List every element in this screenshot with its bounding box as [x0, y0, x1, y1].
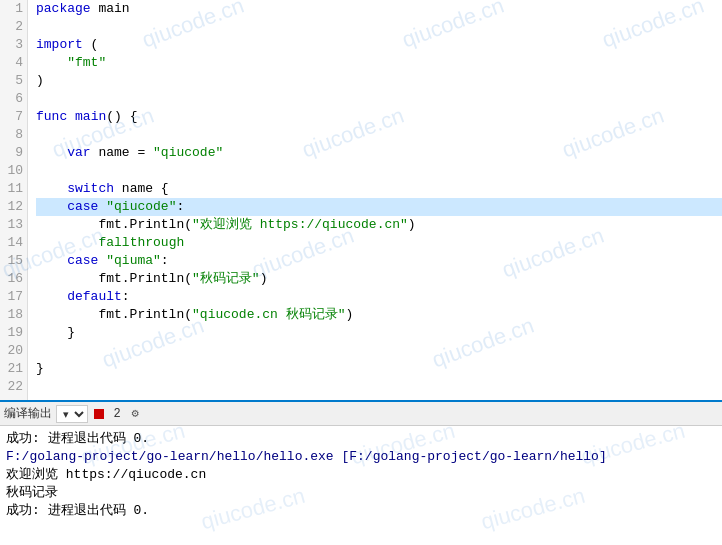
code-line-6 — [36, 90, 722, 108]
line-num-15: 15 — [0, 252, 23, 270]
line-num-22: 22 — [0, 378, 23, 396]
line-num-6: 6 — [0, 90, 23, 108]
code-line-11: switch name { — [36, 180, 722, 198]
line-num-5: 5 — [0, 72, 23, 90]
panel-dropdown[interactable]: ▾ — [56, 405, 88, 423]
code-line-10 — [36, 162, 722, 180]
stop-icon — [94, 409, 104, 419]
settings-icon[interactable]: ⚙ — [128, 407, 142, 421]
line-num-10: 10 — [0, 162, 23, 180]
code-line-22 — [36, 378, 722, 396]
code-line-8 — [36, 126, 722, 144]
code-editor: 12345678910111213141516171819202122 pack… — [0, 0, 722, 400]
code-line-15: case "qiuma": — [36, 252, 722, 270]
code-line-18: fmt.Println("qiucode.cn 秋码记录") — [36, 306, 722, 324]
output-panel: 编译输出 ▾ 2 ⚙ 成功: 进程退出代码 0.F:/golang-projec… — [0, 400, 722, 545]
output-line-3: 秋码记录 — [6, 484, 716, 502]
code-line-2 — [36, 18, 722, 36]
line-num-13: 13 — [0, 216, 23, 234]
line-num-21: 21 — [0, 360, 23, 378]
line-num-18: 18 — [0, 306, 23, 324]
code-line-17: default: — [36, 288, 722, 306]
line-num-11: 11 — [0, 180, 23, 198]
output-line-0: 成功: 进程退出代码 0. — [6, 430, 716, 448]
build-number: 2 — [110, 407, 124, 421]
line-num-17: 17 — [0, 288, 23, 306]
code-line-20 — [36, 342, 722, 360]
line-num-3: 3 — [0, 36, 23, 54]
line-num-2: 2 — [0, 18, 23, 36]
panel-title: 编译输出 — [4, 405, 52, 422]
code-line-9: var name = "qiucode" — [36, 144, 722, 162]
code-line-4: "fmt" — [36, 54, 722, 72]
line-num-4: 4 — [0, 54, 23, 72]
code-line-19: } — [36, 324, 722, 342]
code-area[interactable]: package main import ( "fmt") func main()… — [28, 0, 722, 400]
line-num-20: 20 — [0, 342, 23, 360]
line-num-12: 12 — [0, 198, 23, 216]
output-line-2: 欢迎浏览 https://qiucode.cn — [6, 466, 716, 484]
code-line-7: func main() { — [36, 108, 722, 126]
stop-button[interactable] — [92, 407, 106, 421]
panel-output: 成功: 进程退出代码 0.F:/golang-project/go-learn/… — [0, 426, 722, 524]
output-line-1: F:/golang-project/go-learn/hello/hello.e… — [6, 448, 716, 466]
line-num-19: 19 — [0, 324, 23, 342]
line-numbers: 12345678910111213141516171819202122 — [0, 0, 28, 400]
panel-toolbar: 编译输出 ▾ 2 ⚙ — [0, 402, 722, 426]
code-line-16: fmt.Println("秋码记录") — [36, 270, 722, 288]
code-line-12: case "qiucode": — [36, 198, 722, 216]
code-line-21: } — [36, 360, 722, 378]
line-num-1: 1 — [0, 0, 23, 18]
line-num-14: 14 — [0, 234, 23, 252]
code-line-3: import ( — [36, 36, 722, 54]
line-num-8: 8 — [0, 126, 23, 144]
line-num-7: 7 — [0, 108, 23, 126]
code-line-5: ) — [36, 72, 722, 90]
code-line-14: fallthrough — [36, 234, 722, 252]
line-num-16: 16 — [0, 270, 23, 288]
code-line-1: package main — [36, 0, 722, 18]
code-line-13: fmt.Println("欢迎浏览 https://qiucode.cn") — [36, 216, 722, 234]
output-line-4: 成功: 进程退出代码 0. — [6, 502, 716, 520]
line-num-9: 9 — [0, 144, 23, 162]
